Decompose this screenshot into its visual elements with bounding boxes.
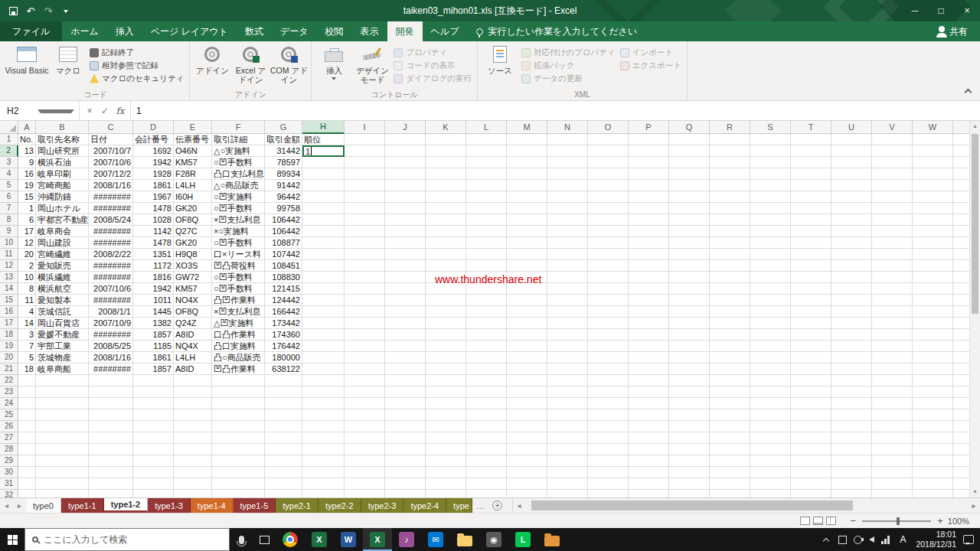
cell-K8[interactable] — [426, 214, 466, 226]
cell-I24[interactable] — [345, 398, 385, 409]
cell-L23[interactable] — [466, 386, 507, 398]
macros-button[interactable]: マクロ — [49, 42, 87, 89]
cell-N10[interactable] — [547, 237, 588, 249]
row-header-9[interactable]: 9 — [0, 226, 18, 237]
cell-F12[interactable]: 凹凸荷役料 — [212, 260, 265, 272]
cell-U18[interactable] — [831, 329, 872, 341]
cell-N25[interactable] — [547, 409, 588, 421]
cell-G23[interactable] — [265, 386, 302, 398]
cell-X19[interactable] — [953, 341, 969, 352]
cell-J28[interactable] — [385, 444, 426, 455]
cell-K12[interactable] — [426, 260, 466, 272]
cell-H19[interactable] — [302, 341, 345, 352]
row-header-32[interactable]: 32 — [0, 490, 18, 497]
cell-N24[interactable] — [547, 398, 588, 409]
cell-N9[interactable] — [547, 226, 588, 237]
cell-K28[interactable] — [426, 444, 466, 455]
cell-N5[interactable] — [547, 180, 588, 191]
cell-M7[interactable] — [507, 203, 547, 214]
cell-J12[interactable] — [385, 260, 426, 272]
cell-R6[interactable] — [710, 191, 750, 203]
cell-D9[interactable]: 1142 — [133, 226, 174, 237]
cell-B23[interactable] — [36, 386, 89, 398]
tell-me-box[interactable]: 実行したい作業を入力してください — [476, 21, 637, 41]
sheet-tab-type1-3[interactable]: type1-3 — [148, 498, 191, 513]
cell-L21[interactable] — [466, 364, 507, 375]
cell-D10[interactable]: 1478 — [133, 237, 174, 249]
cell-A8[interactable]: 6 — [18, 214, 36, 226]
cell-O23[interactable] — [588, 386, 629, 398]
cell-W29[interactable] — [913, 455, 953, 467]
cell-A3[interactable]: 9 — [18, 157, 36, 168]
cell-N4[interactable] — [547, 168, 588, 180]
cell-P15[interactable] — [629, 295, 669, 306]
cell-U1[interactable] — [831, 134, 872, 145]
cell-M22[interactable] — [507, 375, 547, 386]
cell-T27[interactable] — [791, 432, 831, 444]
name-box[interactable]: H2 — [0, 101, 80, 120]
cell-C32[interactable] — [89, 490, 133, 497]
cell-C10[interactable]: ######## — [89, 237, 133, 249]
column-header-M[interactable]: M — [507, 121, 547, 134]
cell-H13[interactable] — [302, 272, 345, 283]
cell-E29[interactable] — [174, 455, 212, 467]
normal-view-button[interactable] — [800, 517, 810, 525]
undo-button[interactable]: ↶ — [22, 2, 39, 19]
cell-L10[interactable] — [466, 237, 507, 249]
row-header-14[interactable]: 14 — [0, 283, 18, 295]
sheet-nav-left-button[interactable]: ◂ — [0, 498, 13, 513]
cell-V29[interactable] — [872, 455, 913, 467]
cell-C29[interactable] — [89, 455, 133, 467]
cell-T15[interactable] — [791, 295, 831, 306]
cell-S16[interactable] — [750, 306, 791, 318]
scroll-up-icon[interactable]: ▴ — [970, 121, 980, 132]
cell-F1[interactable]: 取引詳細 — [212, 134, 265, 145]
cell-P1[interactable] — [629, 134, 669, 145]
cell-S13[interactable] — [750, 272, 791, 283]
cell-M2[interactable] — [507, 145, 547, 157]
cell-R8[interactable] — [710, 214, 750, 226]
cell-I23[interactable] — [345, 386, 385, 398]
sheet-tab-type1-4[interactable]: type1-4 — [191, 498, 234, 513]
cell-M27[interactable] — [507, 432, 547, 444]
cell-W26[interactable] — [913, 421, 953, 432]
refresh-data-button[interactable]: データの更新 — [519, 72, 618, 85]
page-break-view-button[interactable] — [826, 517, 836, 525]
cell-X14[interactable] — [953, 283, 969, 295]
cell-F11[interactable]: 口×リース料 — [212, 249, 265, 260]
cell-P21[interactable] — [629, 364, 669, 375]
cell-J26[interactable] — [385, 421, 426, 432]
cell-X15[interactable] — [953, 295, 969, 306]
cell-O24[interactable] — [588, 398, 629, 409]
cell-Q22[interactable] — [669, 375, 710, 386]
cell-L32[interactable] — [466, 490, 507, 497]
taskbar-clock[interactable]: 18:01 2018/12/31 — [916, 530, 956, 549]
cell-W28[interactable] — [913, 444, 953, 455]
cell-J25[interactable] — [385, 409, 426, 421]
cell-H25[interactable] — [302, 409, 345, 421]
cell-C15[interactable]: ######## — [89, 295, 133, 306]
cell-B15[interactable]: 愛知製本 — [36, 295, 89, 306]
cell-O10[interactable] — [588, 237, 629, 249]
cell-I12[interactable] — [345, 260, 385, 272]
cell-K23[interactable] — [426, 386, 466, 398]
cell-V14[interactable] — [872, 283, 913, 295]
cell-I7[interactable] — [345, 203, 385, 214]
minimize-button[interactable]: ─ — [902, 0, 928, 21]
cell-D3[interactable]: 1942 — [133, 157, 174, 168]
macro-security-button[interactable]: マクロのセキュリティ — [87, 72, 186, 85]
cell-P30[interactable] — [629, 467, 669, 478]
cell-E4[interactable]: F28R — [174, 168, 212, 180]
row-header-27[interactable]: 27 — [0, 432, 18, 444]
cell-N8[interactable] — [547, 214, 588, 226]
cell-W12[interactable] — [913, 260, 953, 272]
cell-B27[interactable] — [36, 432, 89, 444]
cell-O19[interactable] — [588, 341, 629, 352]
taskbar-app-word[interactable]: W — [334, 528, 363, 551]
cell-I15[interactable] — [345, 295, 385, 306]
cell-A21[interactable]: 18 — [18, 364, 36, 375]
cell-U3[interactable] — [831, 157, 872, 168]
cell-K10[interactable] — [426, 237, 466, 249]
cell-C26[interactable] — [89, 421, 133, 432]
cell-N20[interactable] — [547, 352, 588, 364]
